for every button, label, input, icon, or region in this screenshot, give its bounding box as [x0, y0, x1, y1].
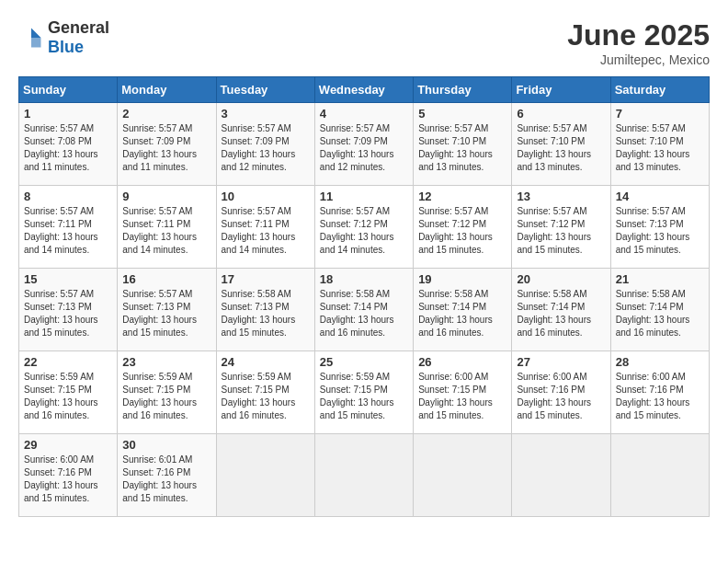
weekday-header: Thursday: [414, 77, 512, 103]
calendar-day-cell: 15 Sunrise: 5:57 AMSunset: 7:13 PMDaylig…: [19, 269, 118, 351]
calendar-day-cell: 3 Sunrise: 5:57 AMSunset: 7:09 PMDayligh…: [216, 103, 314, 186]
calendar-day-cell: 10 Sunrise: 5:57 AMSunset: 7:11 PMDaylig…: [216, 186, 314, 269]
calendar-day-cell: 2 Sunrise: 5:57 AMSunset: 7:09 PMDayligh…: [118, 103, 216, 186]
calendar-day-cell: 14 Sunrise: 5:57 AMSunset: 7:13 PMDaylig…: [610, 186, 709, 269]
calendar-day-cell: 19 Sunrise: 5:58 AMSunset: 7:14 PMDaylig…: [414, 269, 512, 351]
day-number: 23: [122, 355, 210, 369]
day-number: 22: [24, 355, 112, 369]
day-detail: Sunrise: 5:57 AMSunset: 7:09 PMDaylight:…: [122, 123, 197, 172]
day-detail: Sunrise: 5:57 AMSunset: 7:13 PMDaylight:…: [122, 289, 197, 338]
day-number: 18: [320, 272, 408, 286]
day-detail: Sunrise: 6:00 AMSunset: 7:16 PMDaylight:…: [517, 372, 591, 420]
day-detail: Sunrise: 5:57 AMSunset: 7:10 PMDaylight:…: [517, 123, 591, 172]
weekday-header-row: SundayMondayTuesdayWednesdayThursdayFrid…: [19, 77, 710, 103]
calendar-table: SundayMondayTuesdayWednesdayThursdayFrid…: [18, 76, 710, 517]
calendar-week-row: 8 Sunrise: 5:57 AMSunset: 7:11 PMDayligh…: [19, 186, 710, 269]
calendar-day-cell: 9 Sunrise: 5:57 AMSunset: 7:11 PMDayligh…: [118, 186, 216, 269]
day-number: 11: [320, 190, 408, 203]
calendar-day-cell: 1 Sunrise: 5:57 AMSunset: 7:08 PMDayligh…: [19, 103, 118, 186]
day-number: 15: [24, 272, 112, 286]
day-detail: Sunrise: 5:57 AMSunset: 7:12 PMDaylight:…: [320, 206, 394, 255]
weekday-header: Tuesday: [216, 77, 314, 103]
calendar-day-cell: [414, 434, 512, 517]
weekday-header: Monday: [118, 77, 216, 103]
day-detail: Sunrise: 6:00 AMSunset: 7:15 PMDaylight:…: [418, 372, 493, 420]
calendar-day-cell: 25 Sunrise: 5:59 AMSunset: 7:15 PMDaylig…: [314, 351, 413, 434]
day-detail: Sunrise: 5:57 AMSunset: 7:09 PMDaylight:…: [222, 123, 296, 172]
day-detail: Sunrise: 5:57 AMSunset: 7:10 PMDaylight:…: [616, 123, 690, 172]
calendar-day-cell: 17 Sunrise: 5:58 AMSunset: 7:13 PMDaylig…: [216, 269, 314, 351]
day-detail: Sunrise: 5:57 AMSunset: 7:10 PMDaylight:…: [418, 123, 493, 172]
day-number: 16: [122, 272, 210, 286]
day-number: 1: [24, 107, 112, 121]
calendar-day-cell: 21 Sunrise: 5:58 AMSunset: 7:14 PMDaylig…: [610, 269, 709, 351]
calendar-day-cell: 6 Sunrise: 5:57 AMSunset: 7:10 PMDayligh…: [512, 103, 610, 186]
day-detail: Sunrise: 5:59 AMSunset: 7:15 PMDaylight:…: [222, 372, 296, 420]
calendar-day-cell: 24 Sunrise: 5:59 AMSunset: 7:15 PMDaylig…: [216, 351, 314, 434]
calendar-day-cell: 12 Sunrise: 5:57 AMSunset: 7:12 PMDaylig…: [414, 186, 512, 269]
weekday-header: Saturday: [610, 77, 709, 103]
day-number: 14: [616, 190, 704, 203]
day-number: 29: [24, 438, 112, 452]
title-block: June 2025 Jumiltepec, Mexico: [567, 18, 710, 67]
day-detail: Sunrise: 5:57 AMSunset: 7:11 PMDaylight:…: [222, 206, 296, 255]
day-detail: Sunrise: 5:57 AMSunset: 7:13 PMDaylight:…: [24, 289, 98, 338]
calendar-day-cell: 7 Sunrise: 5:57 AMSunset: 7:10 PMDayligh…: [610, 103, 709, 186]
day-number: 3: [222, 107, 310, 121]
day-detail: Sunrise: 5:59 AMSunset: 7:15 PMDaylight:…: [24, 372, 98, 420]
calendar-day-cell: 30 Sunrise: 6:01 AMSunset: 7:16 PMDaylig…: [118, 434, 216, 517]
day-detail: Sunrise: 5:57 AMSunset: 7:11 PMDaylight:…: [122, 206, 197, 255]
logo-blue: Blue: [48, 38, 84, 56]
calendar-day-cell: 23 Sunrise: 5:59 AMSunset: 7:15 PMDaylig…: [118, 351, 216, 434]
calendar-day-cell: 4 Sunrise: 5:57 AMSunset: 7:09 PMDayligh…: [314, 103, 413, 186]
day-detail: Sunrise: 5:57 AMSunset: 7:13 PMDaylight:…: [616, 206, 690, 255]
logo-icon: [18, 25, 44, 51]
day-detail: Sunrise: 5:58 AMSunset: 7:14 PMDaylight:…: [418, 289, 493, 338]
calendar-week-row: 29 Sunrise: 6:00 AMSunset: 7:16 PMDaylig…: [19, 434, 710, 517]
calendar-day-cell: 8 Sunrise: 5:57 AMSunset: 7:11 PMDayligh…: [19, 186, 118, 269]
calendar-week-row: 1 Sunrise: 5:57 AMSunset: 7:08 PMDayligh…: [19, 103, 710, 186]
calendar-day-cell: [610, 434, 709, 517]
calendar-day-cell: 11 Sunrise: 5:57 AMSunset: 7:12 PMDaylig…: [314, 186, 413, 269]
day-detail: Sunrise: 5:57 AMSunset: 7:12 PMDaylight:…: [517, 206, 591, 255]
calendar-day-cell: 22 Sunrise: 5:59 AMSunset: 7:15 PMDaylig…: [19, 351, 118, 434]
svg-marker-0: [31, 29, 41, 39]
day-number: 12: [418, 190, 506, 203]
day-number: 28: [616, 355, 704, 369]
calendar-day-cell: 5 Sunrise: 5:57 AMSunset: 7:10 PMDayligh…: [414, 103, 512, 186]
calendar-day-cell: 16 Sunrise: 5:57 AMSunset: 7:13 PMDaylig…: [118, 269, 216, 351]
day-number: 7: [616, 107, 704, 121]
calendar-day-cell: [216, 434, 314, 517]
calendar-day-cell: 18 Sunrise: 5:58 AMSunset: 7:14 PMDaylig…: [314, 269, 413, 351]
day-number: 10: [222, 190, 310, 203]
day-number: 13: [517, 190, 605, 203]
day-number: 21: [616, 272, 704, 286]
day-detail: Sunrise: 6:01 AMSunset: 7:16 PMDaylight:…: [122, 454, 197, 503]
day-number: 17: [222, 272, 310, 286]
calendar-day-cell: [512, 434, 610, 517]
day-detail: Sunrise: 5:57 AMSunset: 7:08 PMDaylight:…: [24, 123, 98, 172]
day-number: 8: [24, 190, 112, 203]
day-detail: Sunrise: 5:57 AMSunset: 7:11 PMDaylight:…: [24, 206, 98, 255]
day-number: 6: [517, 107, 605, 121]
day-number: 30: [122, 438, 210, 452]
calendar-day-cell: 26 Sunrise: 6:00 AMSunset: 7:15 PMDaylig…: [414, 351, 512, 434]
day-number: 9: [122, 190, 210, 203]
calendar-day-cell: 27 Sunrise: 6:00 AMSunset: 7:16 PMDaylig…: [512, 351, 610, 434]
day-detail: Sunrise: 5:58 AMSunset: 7:14 PMDaylight:…: [616, 289, 690, 338]
calendar-day-cell: [314, 434, 413, 517]
day-number: 2: [122, 107, 210, 121]
day-detail: Sunrise: 6:00 AMSunset: 7:16 PMDaylight:…: [616, 372, 690, 420]
day-number: 26: [418, 355, 506, 369]
logo: General Blue: [18, 18, 109, 57]
day-number: 20: [517, 272, 605, 286]
day-number: 5: [418, 107, 506, 121]
calendar-day-cell: 20 Sunrise: 5:58 AMSunset: 7:14 PMDaylig…: [512, 269, 610, 351]
day-detail: Sunrise: 5:58 AMSunset: 7:14 PMDaylight:…: [517, 289, 591, 338]
calendar-title: June 2025: [567, 18, 710, 52]
weekday-header: Friday: [512, 77, 610, 103]
day-detail: Sunrise: 5:58 AMSunset: 7:14 PMDaylight:…: [320, 289, 394, 338]
calendar-day-cell: 13 Sunrise: 5:57 AMSunset: 7:12 PMDaylig…: [512, 186, 610, 269]
day-number: 27: [517, 355, 605, 369]
day-detail: Sunrise: 5:59 AMSunset: 7:15 PMDaylight:…: [122, 372, 197, 420]
